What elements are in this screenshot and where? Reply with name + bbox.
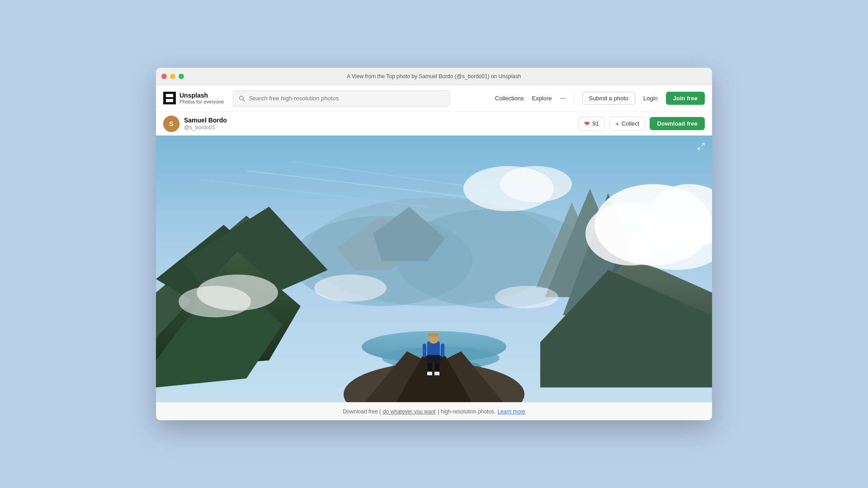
nav-divider bbox=[574, 94, 574, 103]
svg-point-32 bbox=[500, 166, 572, 202]
logo[interactable]: Unsplash Photos for everyone bbox=[163, 92, 224, 105]
photo-canvas bbox=[156, 136, 712, 402]
collect-label: Collect bbox=[622, 120, 640, 127]
nav-bar: Unsplash Photos for everyone Collections… bbox=[156, 85, 712, 112]
heart-icon: ❤ bbox=[584, 120, 590, 128]
bottom-bar-text-before: Download free ( bbox=[343, 408, 381, 415]
svg-rect-0 bbox=[166, 94, 173, 97]
maximize-window-button[interactable] bbox=[179, 74, 184, 79]
title-bar: A View from the Top photo by Samuel Bord… bbox=[156, 68, 712, 85]
photographer-info: S Samuel Bordo @s_bordo01 bbox=[163, 116, 227, 132]
logo-text: Unsplash Photos for everyone bbox=[179, 92, 224, 105]
avatar[interactable]: S bbox=[163, 116, 179, 132]
svg-point-40 bbox=[428, 333, 439, 337]
svg-rect-48 bbox=[423, 344, 426, 357]
download-button[interactable]: Download free bbox=[650, 117, 705, 130]
svg-line-54 bbox=[698, 147, 700, 150]
like-button[interactable]: ❤ 91 bbox=[578, 117, 604, 131]
svg-point-2 bbox=[240, 96, 243, 99]
logo-icon bbox=[163, 92, 176, 104]
nav-collections[interactable]: Collections bbox=[495, 95, 524, 102]
collect-button[interactable]: + Collect bbox=[609, 117, 646, 131]
minimize-window-button[interactable] bbox=[170, 74, 175, 79]
do-whatever-link[interactable]: do whatever you want bbox=[383, 408, 436, 415]
svg-rect-47 bbox=[434, 375, 440, 379]
svg-point-34 bbox=[179, 286, 251, 318]
login-button[interactable]: Login bbox=[643, 95, 658, 102]
avatar-image: S bbox=[163, 116, 179, 132]
svg-point-36 bbox=[495, 286, 558, 309]
search-input[interactable] bbox=[249, 95, 444, 102]
submit-photo-button[interactable]: Submit a photo bbox=[582, 92, 635, 105]
join-free-button[interactable]: Join free bbox=[666, 92, 705, 105]
browser-window: A View from the Top photo by Samuel Bord… bbox=[156, 68, 712, 420]
photographer-text: Samuel Bordo @s_bordo01 bbox=[184, 117, 227, 131]
bottom-bar: Download free ( do whatever you want ) h… bbox=[156, 402, 712, 420]
nav-more-button[interactable]: ··· bbox=[560, 94, 566, 103]
learn-more-link[interactable]: Learn more bbox=[497, 408, 525, 415]
like-count: 91 bbox=[592, 120, 599, 127]
photographer-name[interactable]: Samuel Bordo bbox=[184, 117, 227, 124]
landscape-image bbox=[156, 136, 712, 402]
expand-icon[interactable] bbox=[696, 141, 707, 152]
photo-header: S Samuel Bordo @s_bordo01 ❤ 91 + Collect… bbox=[156, 112, 712, 136]
svg-rect-1 bbox=[166, 99, 173, 102]
close-window-button[interactable] bbox=[161, 74, 167, 79]
svg-rect-43 bbox=[427, 355, 440, 363]
nav-links: Collections Explore ··· Submit a photo L… bbox=[495, 92, 705, 105]
search-bar[interactable] bbox=[233, 90, 450, 107]
traffic-lights bbox=[161, 74, 184, 79]
page-title: A View from the Top photo by Samuel Bord… bbox=[347, 73, 521, 80]
photo-area bbox=[156, 136, 712, 402]
photo-actions: ❤ 91 + Collect Download free bbox=[578, 117, 705, 131]
svg-line-53 bbox=[702, 143, 704, 145]
nav-explore[interactable]: Explore bbox=[532, 95, 552, 102]
svg-rect-49 bbox=[441, 344, 444, 357]
svg-line-3 bbox=[243, 99, 245, 101]
bottom-bar-text-middle: ) high-resolution photos. bbox=[438, 408, 496, 415]
plus-icon: + bbox=[615, 120, 619, 127]
search-icon bbox=[239, 95, 245, 102]
svg-point-35 bbox=[314, 275, 387, 302]
photographer-handle[interactable]: @s_bordo01 bbox=[184, 124, 227, 131]
svg-rect-46 bbox=[427, 375, 433, 379]
